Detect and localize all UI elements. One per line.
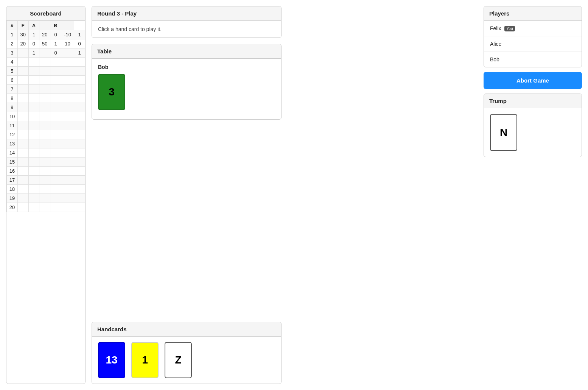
score-cell — [50, 194, 61, 203]
score-cell — [28, 112, 39, 121]
handcard-13[interactable]: 13 — [98, 342, 125, 378]
score-cell — [28, 203, 39, 212]
col-header-a1: A — [28, 21, 39, 30]
table-card-bob[interactable]: 3 — [98, 74, 125, 110]
score-cell — [74, 67, 85, 76]
player-item-felix: Felix You — [484, 21, 582, 36]
table-body: Bob 3 — [92, 59, 281, 119]
score-cell — [17, 94, 28, 103]
table-player-name: Bob — [98, 64, 275, 70]
score-cell: 1 — [28, 30, 39, 39]
score-cell — [74, 112, 85, 121]
score-cell — [17, 85, 28, 94]
score-cell — [17, 194, 28, 203]
score-cell — [50, 121, 61, 130]
scoreboard-panel: Scoreboard # F A B 1301200-1012200501100… — [6, 6, 86, 384]
score-cell — [61, 167, 74, 176]
score-cell — [61, 203, 74, 212]
score-cell — [28, 103, 39, 112]
score-row-num: 15 — [7, 158, 18, 167]
handcards-panel: Handcards 13 1 Z — [92, 322, 282, 384]
handcard-z[interactable]: Z — [165, 342, 192, 378]
score-cell — [50, 94, 61, 103]
score-row-num: 11 — [7, 121, 18, 130]
score-cell — [39, 176, 50, 185]
score-cell: 0 — [50, 48, 61, 58]
score-cell — [39, 167, 50, 176]
score-cell: 1 — [74, 30, 85, 39]
score-cell — [17, 203, 28, 212]
score-cell — [74, 148, 85, 158]
score-cell — [39, 148, 50, 158]
trump-title: Trump — [484, 94, 582, 108]
score-row-num: 5 — [7, 67, 18, 76]
score-row-num: 4 — [7, 58, 18, 67]
player-name-alice: Alice — [490, 41, 501, 47]
score-cell: 50 — [39, 39, 50, 48]
score-cell — [17, 139, 28, 148]
score-cell — [39, 130, 50, 139]
score-cell: -10 — [61, 30, 74, 39]
score-cell: 20 — [39, 30, 50, 39]
score-cell — [39, 194, 50, 203]
score-cell — [74, 130, 85, 139]
score-cell — [74, 85, 85, 94]
score-cell — [61, 185, 74, 194]
score-cell — [17, 48, 28, 58]
score-cell: 0 — [50, 30, 61, 39]
score-cell — [17, 67, 28, 76]
table-panel: Table Bob 3 — [92, 44, 282, 120]
score-cell — [17, 167, 28, 176]
col-header-a2 — [39, 21, 50, 30]
table-title: Table — [92, 44, 281, 59]
score-row-num: 10 — [7, 112, 18, 121]
score-cell: 30 — [17, 30, 28, 39]
score-cell — [61, 76, 74, 85]
score-cell — [28, 94, 39, 103]
scoreboard-table: # F A B 1301200-101220050110031014567891… — [6, 21, 85, 212]
score-cell — [61, 148, 74, 158]
trump-card: N — [490, 114, 517, 151]
score-cell — [61, 121, 74, 130]
score-cell — [74, 121, 85, 130]
score-cell: 20 — [17, 39, 28, 48]
score-cell — [17, 121, 28, 130]
score-cell — [74, 76, 85, 85]
score-cell — [61, 58, 74, 67]
score-cell — [28, 158, 39, 167]
col-header-num: # — [7, 21, 18, 30]
score-cell — [28, 121, 39, 130]
handcards-body: 13 1 Z — [92, 337, 281, 384]
score-cell — [28, 130, 39, 139]
score-row-num: 2 — [7, 39, 18, 48]
score-cell — [50, 185, 61, 194]
score-row-num: 9 — [7, 103, 18, 112]
score-row-num: 16 — [7, 167, 18, 176]
score-cell — [50, 148, 61, 158]
score-cell — [74, 176, 85, 185]
score-cell — [39, 203, 50, 212]
score-cell — [39, 76, 50, 85]
score-cell — [17, 148, 28, 158]
score-cell — [39, 158, 50, 167]
score-cell — [50, 85, 61, 94]
score-cell — [61, 112, 74, 121]
score-row-num: 8 — [7, 94, 18, 103]
score-cell: 10 — [61, 39, 74, 48]
score-cell — [74, 194, 85, 203]
abort-game-button[interactable]: Abort Game — [484, 72, 582, 89]
score-cell — [17, 130, 28, 139]
score-cell — [39, 94, 50, 103]
score-cell — [17, 76, 28, 85]
score-cell — [28, 176, 39, 185]
trump-body: N — [484, 108, 582, 157]
player-item-alice: Alice — [484, 36, 582, 52]
score-cell — [61, 94, 74, 103]
you-badge: You — [504, 26, 515, 31]
score-row-num: 18 — [7, 185, 18, 194]
score-cell — [61, 158, 74, 167]
handcard-1[interactable]: 1 — [131, 342, 159, 378]
score-cell — [50, 203, 61, 212]
score-cell — [61, 176, 74, 185]
col-header-b2 — [61, 21, 74, 30]
